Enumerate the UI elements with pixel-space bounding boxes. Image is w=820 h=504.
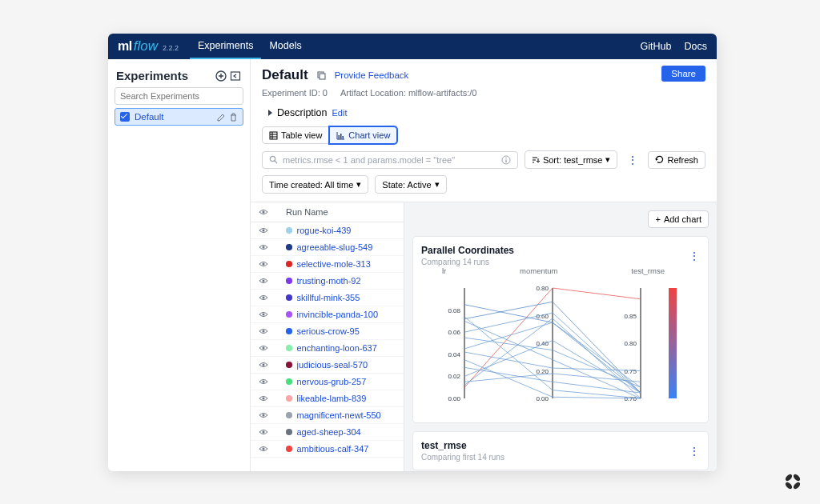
run-row[interactable]: agreeable-slug-549 xyxy=(251,239,404,256)
eye-icon[interactable] xyxy=(259,378,268,386)
run-search-input[interactable]: metrics.rmse < 1 and params.model = "tre… xyxy=(262,151,518,169)
run-row[interactable]: trusting-moth-92 xyxy=(251,273,404,290)
eye-icon[interactable] xyxy=(259,445,268,453)
eye-icon[interactable] xyxy=(259,243,268,251)
brand-ml: ml xyxy=(118,39,132,54)
tab-models[interactable]: Models xyxy=(261,34,309,59)
run-row[interactable]: rogue-koi-439 xyxy=(251,222,404,239)
eye-icon[interactable] xyxy=(259,361,268,369)
share-button[interactable]: Share xyxy=(661,66,705,82)
delete-icon[interactable] xyxy=(229,113,238,122)
color-dot-icon xyxy=(286,446,292,452)
run-list: Run Name rogue-koi-439agreeable-slug-549… xyxy=(251,202,404,471)
svg-text:0.08: 0.08 xyxy=(448,307,460,314)
run-name-link[interactable]: ambitious-calf-347 xyxy=(297,444,369,454)
more-menu-icon[interactable]: ⋮ xyxy=(624,154,641,166)
svg-point-25 xyxy=(263,230,265,232)
copy-icon[interactable] xyxy=(316,70,327,81)
card-menu-icon[interactable]: ⋮ xyxy=(689,252,700,260)
run-name-link[interactable]: selective-mole-313 xyxy=(297,259,371,269)
info-icon[interactable] xyxy=(501,155,511,165)
add-chart-button[interactable]: + Add chart xyxy=(648,210,709,228)
edit-description-link[interactable]: Edit xyxy=(332,108,348,118)
run-name-link[interactable]: enchanting-loon-637 xyxy=(297,343,377,353)
run-row[interactable]: serious-crow-95 xyxy=(251,323,404,340)
run-row[interactable]: skillful-mink-355 xyxy=(251,290,404,306)
run-name-link[interactable]: skillful-mink-355 xyxy=(297,293,360,302)
color-dot-icon xyxy=(286,311,292,318)
run-name-link[interactable]: nervous-grub-257 xyxy=(297,377,367,386)
chart-area: + Add chart Parallel Coordinates Compari… xyxy=(404,202,717,471)
collapse-sidebar-icon[interactable] xyxy=(229,70,242,82)
pc-subtitle: Comparing 14 runs xyxy=(421,258,514,266)
run-name-link[interactable]: agreeable-slug-549 xyxy=(297,242,373,252)
svg-text:0.85: 0.85 xyxy=(624,313,637,320)
eye-icon[interactable] xyxy=(259,277,268,285)
eye-icon[interactable] xyxy=(259,411,268,419)
svg-point-35 xyxy=(263,398,265,400)
parallel-coordinates-plot: 0.000.020.040.060.080.000.200.400.600.80… xyxy=(421,278,700,406)
run-row[interactable]: likeable-lamb-839 xyxy=(251,390,404,407)
svg-text:0.06: 0.06 xyxy=(448,329,460,336)
eye-icon[interactable] xyxy=(259,310,268,318)
run-name-link[interactable]: magnificent-newt-550 xyxy=(297,410,381,420)
run-name-link[interactable]: serious-crow-95 xyxy=(297,326,360,336)
svg-point-26 xyxy=(263,246,265,249)
link-github[interactable]: GitHub xyxy=(641,41,672,52)
run-name-link[interactable]: invincible-panda-100 xyxy=(297,310,379,319)
color-dot-icon xyxy=(286,395,292,402)
svg-point-38 xyxy=(263,448,265,450)
search-experiments-input[interactable] xyxy=(115,87,243,105)
eye-icon[interactable] xyxy=(259,327,268,335)
checkbox-icon[interactable] xyxy=(120,112,130,122)
run-name-link[interactable]: aged-sheep-304 xyxy=(297,427,361,437)
chart-view-button[interactable]: Chart view xyxy=(329,126,397,144)
card-menu-icon[interactable]: ⋮ xyxy=(689,447,700,455)
description-toggle[interactable]: Description Edit xyxy=(251,102,717,123)
run-row[interactable]: enchanting-loon-637 xyxy=(251,340,404,357)
svg-point-57 xyxy=(784,473,793,482)
search-icon xyxy=(269,155,278,164)
svg-rect-56 xyxy=(669,288,677,398)
run-row[interactable]: selective-mole-313 xyxy=(251,256,404,273)
run-name-link[interactable]: rogue-koi-439 xyxy=(297,226,352,235)
eye-icon[interactable] xyxy=(259,226,268,234)
chevron-right-icon xyxy=(268,110,272,116)
refresh-button[interactable]: Refresh xyxy=(648,151,705,169)
edit-icon[interactable] xyxy=(217,113,226,122)
run-name-link[interactable]: likeable-lamb-839 xyxy=(297,394,367,403)
eye-icon[interactable] xyxy=(259,344,268,352)
sidebar: Experiments Default xyxy=(108,59,251,471)
color-dot-icon xyxy=(286,328,292,334)
run-name-link[interactable]: judicious-seal-570 xyxy=(297,360,368,370)
eye-icon[interactable] xyxy=(259,294,268,302)
tab-experiments[interactable]: Experiments xyxy=(190,34,261,59)
state-filter[interactable]: State: Active ▾ xyxy=(375,175,446,194)
svg-point-33 xyxy=(263,364,265,366)
sidebar-item-default[interactable]: Default xyxy=(115,108,243,126)
run-row[interactable]: judicious-seal-570 xyxy=(251,357,404,374)
chevron-down-icon: ▾ xyxy=(435,179,440,190)
svg-point-36 xyxy=(263,414,265,417)
svg-point-34 xyxy=(263,381,265,383)
eye-icon[interactable] xyxy=(259,428,268,436)
plus-icon: + xyxy=(655,214,660,224)
add-experiment-icon[interactable] xyxy=(215,70,227,82)
run-row[interactable]: invincible-panda-100 xyxy=(251,306,404,323)
run-name-link[interactable]: trusting-moth-92 xyxy=(297,276,361,286)
run-row[interactable]: ambitious-calf-347 xyxy=(251,441,404,458)
run-row[interactable]: magnificent-newt-550 xyxy=(251,407,404,424)
eye-icon[interactable] xyxy=(259,394,268,402)
sort-button[interactable]: Sort: test_rmse ▾ xyxy=(525,150,618,169)
brand-logo: ml flow 2.2.2 xyxy=(118,38,179,54)
table-view-button[interactable]: Table view xyxy=(262,126,329,144)
rmse-subtitle: Comparing first 14 runs xyxy=(421,453,504,462)
provide-feedback-link[interactable]: Provide Feedback xyxy=(335,70,409,80)
eye-icon[interactable] xyxy=(259,260,268,268)
svg-rect-14 xyxy=(343,136,344,139)
svg-rect-3 xyxy=(231,72,240,80)
run-row[interactable]: aged-sheep-304 xyxy=(251,424,404,441)
time-created-filter[interactable]: Time created: All time ▾ xyxy=(262,175,368,194)
run-row[interactable]: nervous-grub-257 xyxy=(251,374,404,390)
link-docs[interactable]: Docs xyxy=(685,41,707,52)
